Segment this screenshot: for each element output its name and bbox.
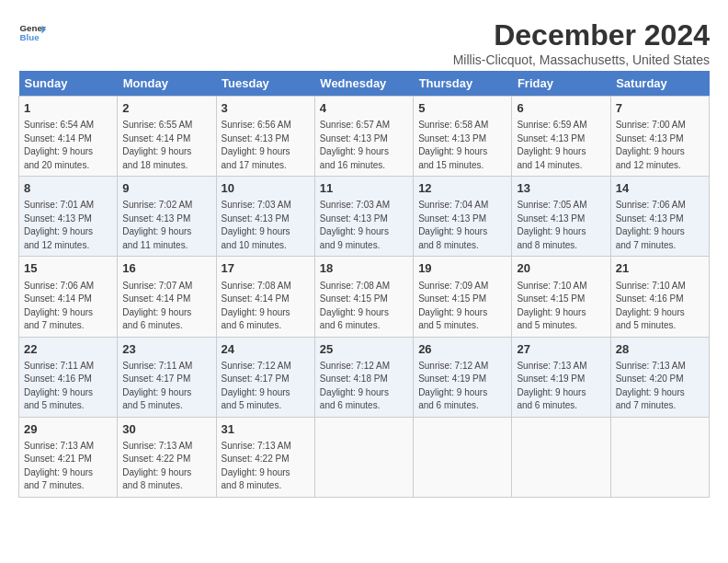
calendar-cell: 29Sunrise: 7:13 AM Sunset: 4:21 PM Dayli…	[19, 417, 118, 497]
day-number: 31	[222, 421, 310, 438]
weekday-header: Thursday	[414, 71, 512, 97]
weekday-header: Tuesday	[216, 71, 314, 97]
calendar-cell: 27Sunrise: 7:13 AM Sunset: 4:19 PM Dayli…	[512, 337, 610, 417]
day-info: Sunrise: 7:02 AM Sunset: 4:13 PM Dayligh…	[122, 199, 210, 252]
weekday-header: Monday	[118, 71, 216, 97]
day-info: Sunrise: 7:13 AM Sunset: 4:19 PM Dayligh…	[517, 360, 605, 413]
day-number: 5	[418, 100, 506, 117]
calendar-cell: 5Sunrise: 6:58 AM Sunset: 4:13 PM Daylig…	[414, 97, 512, 177]
day-info: Sunrise: 7:08 AM Sunset: 4:14 PM Dayligh…	[222, 280, 310, 333]
day-number: 10	[222, 180, 310, 197]
day-info: Sunrise: 7:12 AM Sunset: 4:17 PM Dayligh…	[222, 360, 310, 413]
calendar-week-row: 15Sunrise: 7:06 AM Sunset: 4:14 PM Dayli…	[19, 257, 710, 337]
day-info: Sunrise: 6:55 AM Sunset: 4:14 PM Dayligh…	[122, 119, 210, 172]
day-number: 7	[616, 100, 704, 117]
day-info: Sunrise: 7:13 AM Sunset: 4:20 PM Dayligh…	[616, 360, 704, 413]
day-number: 2	[122, 100, 210, 117]
calendar-cell	[314, 417, 413, 497]
day-info: Sunrise: 6:54 AM Sunset: 4:14 PM Dayligh…	[24, 119, 112, 172]
calendar-cell: 13Sunrise: 7:05 AM Sunset: 4:13 PM Dayli…	[512, 177, 610, 257]
day-number: 1	[24, 100, 112, 117]
calendar-cell: 22Sunrise: 7:11 AM Sunset: 4:16 PM Dayli…	[19, 337, 118, 417]
calendar-cell: 24Sunrise: 7:12 AM Sunset: 4:17 PM Dayli…	[216, 337, 314, 417]
calendar-cell: 12Sunrise: 7:04 AM Sunset: 4:13 PM Dayli…	[414, 177, 512, 257]
day-info: Sunrise: 7:11 AM Sunset: 4:17 PM Dayligh…	[122, 360, 210, 413]
day-number: 12	[418, 180, 506, 197]
day-number: 6	[517, 100, 605, 117]
day-number: 11	[320, 180, 408, 197]
day-number: 18	[320, 260, 408, 277]
day-number: 20	[517, 260, 605, 277]
day-info: Sunrise: 7:00 AM Sunset: 4:13 PM Dayligh…	[616, 119, 704, 172]
calendar-cell: 11Sunrise: 7:03 AM Sunset: 4:13 PM Dayli…	[314, 177, 413, 257]
day-info: Sunrise: 6:58 AM Sunset: 4:13 PM Dayligh…	[418, 119, 506, 172]
svg-text:Blue: Blue	[20, 32, 40, 42]
calendar-cell: 26Sunrise: 7:12 AM Sunset: 4:19 PM Dayli…	[414, 337, 512, 417]
day-number: 27	[517, 341, 605, 358]
day-number: 29	[24, 421, 112, 438]
calendar-cell: 9Sunrise: 7:02 AM Sunset: 4:13 PM Daylig…	[118, 177, 216, 257]
day-number: 13	[517, 180, 605, 197]
calendar-week-row: 29Sunrise: 7:13 AM Sunset: 4:21 PM Dayli…	[19, 417, 710, 497]
calendar-cell: 20Sunrise: 7:10 AM Sunset: 4:15 PM Dayli…	[512, 257, 610, 337]
calendar-cell: 28Sunrise: 7:13 AM Sunset: 4:20 PM Dayli…	[610, 337, 709, 417]
day-info: Sunrise: 7:13 AM Sunset: 4:22 PM Dayligh…	[122, 440, 210, 493]
calendar-table: SundayMondayTuesdayWednesdayThursdayFrid…	[18, 71, 710, 498]
weekday-header: Saturday	[610, 71, 709, 97]
day-number: 4	[320, 100, 408, 117]
day-number: 15	[24, 260, 112, 277]
day-info: Sunrise: 7:09 AM Sunset: 4:15 PM Dayligh…	[418, 280, 506, 333]
calendar-cell	[414, 417, 512, 497]
calendar-cell: 2Sunrise: 6:55 AM Sunset: 4:14 PM Daylig…	[118, 97, 216, 177]
calendar-week-row: 8Sunrise: 7:01 AM Sunset: 4:13 PM Daylig…	[19, 177, 710, 257]
header: General Blue December 2024 Millis-Clicqu…	[18, 18, 710, 67]
title-area: December 2024 Millis-Clicquot, Massachus…	[453, 18, 710, 67]
calendar-cell	[512, 417, 610, 497]
day-number: 26	[418, 341, 506, 358]
day-number: 8	[24, 180, 112, 197]
day-info: Sunrise: 7:08 AM Sunset: 4:15 PM Dayligh…	[320, 280, 408, 333]
calendar-cell: 7Sunrise: 7:00 AM Sunset: 4:13 PM Daylig…	[610, 97, 709, 177]
day-info: Sunrise: 7:01 AM Sunset: 4:13 PM Dayligh…	[24, 199, 112, 252]
day-info: Sunrise: 7:03 AM Sunset: 4:13 PM Dayligh…	[222, 199, 310, 252]
logo: General Blue	[18, 18, 46, 46]
calendar-cell: 1Sunrise: 6:54 AM Sunset: 4:14 PM Daylig…	[19, 97, 118, 177]
header-row: SundayMondayTuesdayWednesdayThursdayFrid…	[19, 71, 710, 97]
calendar-cell: 17Sunrise: 7:08 AM Sunset: 4:14 PM Dayli…	[216, 257, 314, 337]
day-info: Sunrise: 7:13 AM Sunset: 4:22 PM Dayligh…	[222, 440, 310, 493]
day-info: Sunrise: 7:04 AM Sunset: 4:13 PM Dayligh…	[418, 199, 506, 252]
day-info: Sunrise: 7:06 AM Sunset: 4:14 PM Dayligh…	[24, 280, 112, 333]
calendar-cell: 30Sunrise: 7:13 AM Sunset: 4:22 PM Dayli…	[118, 417, 216, 497]
day-number: 17	[222, 260, 310, 277]
day-info: Sunrise: 7:10 AM Sunset: 4:16 PM Dayligh…	[616, 280, 704, 333]
day-info: Sunrise: 6:57 AM Sunset: 4:13 PM Dayligh…	[320, 119, 408, 172]
weekday-header: Friday	[512, 71, 610, 97]
day-info: Sunrise: 7:10 AM Sunset: 4:15 PM Dayligh…	[517, 280, 605, 333]
day-number: 30	[122, 421, 210, 438]
calendar-cell: 19Sunrise: 7:09 AM Sunset: 4:15 PM Dayli…	[414, 257, 512, 337]
day-info: Sunrise: 7:13 AM Sunset: 4:21 PM Dayligh…	[24, 440, 112, 493]
day-number: 14	[616, 180, 704, 197]
calendar-cell: 8Sunrise: 7:01 AM Sunset: 4:13 PM Daylig…	[19, 177, 118, 257]
day-number: 25	[320, 341, 408, 358]
calendar-cell: 6Sunrise: 6:59 AM Sunset: 4:13 PM Daylig…	[512, 97, 610, 177]
calendar-week-row: 22Sunrise: 7:11 AM Sunset: 4:16 PM Dayli…	[19, 337, 710, 417]
day-info: Sunrise: 6:56 AM Sunset: 4:13 PM Dayligh…	[222, 119, 310, 172]
day-number: 21	[616, 260, 704, 277]
day-info: Sunrise: 7:03 AM Sunset: 4:13 PM Dayligh…	[320, 199, 408, 252]
day-number: 24	[222, 341, 310, 358]
logo-icon: General Blue	[18, 18, 46, 46]
weekday-header: Wednesday	[314, 71, 413, 97]
calendar-cell: 23Sunrise: 7:11 AM Sunset: 4:17 PM Dayli…	[118, 337, 216, 417]
calendar-cell: 21Sunrise: 7:10 AM Sunset: 4:16 PM Dayli…	[610, 257, 709, 337]
calendar-cell: 31Sunrise: 7:13 AM Sunset: 4:22 PM Dayli…	[216, 417, 314, 497]
calendar-cell	[610, 417, 709, 497]
day-number: 9	[122, 180, 210, 197]
day-number: 3	[222, 100, 310, 117]
day-number: 16	[122, 260, 210, 277]
calendar-cell: 14Sunrise: 7:06 AM Sunset: 4:13 PM Dayli…	[610, 177, 709, 257]
day-info: Sunrise: 7:06 AM Sunset: 4:13 PM Dayligh…	[616, 199, 704, 252]
calendar-cell: 25Sunrise: 7:12 AM Sunset: 4:18 PM Dayli…	[314, 337, 413, 417]
calendar-cell: 15Sunrise: 7:06 AM Sunset: 4:14 PM Dayli…	[19, 257, 118, 337]
calendar-cell: 18Sunrise: 7:08 AM Sunset: 4:15 PM Dayli…	[314, 257, 413, 337]
